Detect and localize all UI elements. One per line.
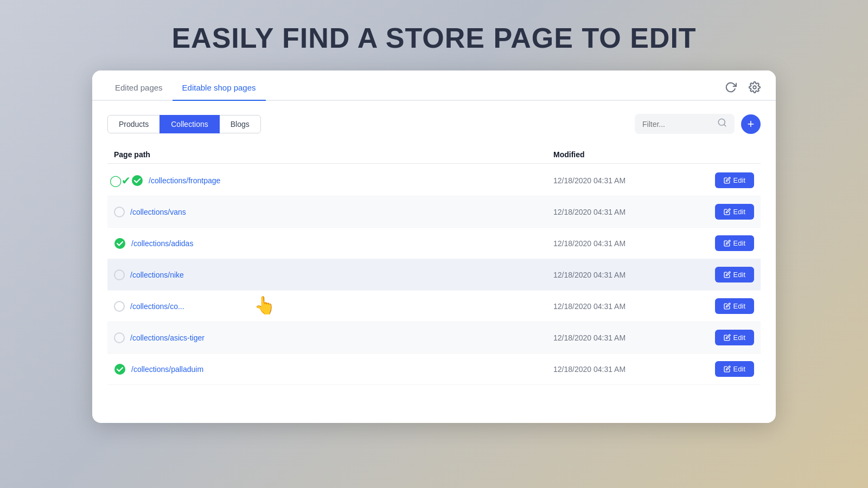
category-button-group: Products Collections Blogs	[107, 115, 261, 133]
modified-date: 12/18/2020 04:31 AM	[553, 208, 684, 216]
edit-button[interactable]: Edit	[715, 267, 754, 282]
svg-point-4	[114, 238, 125, 249]
settings-button[interactable]	[746, 79, 763, 95]
path-label: /collections/adidas	[131, 239, 193, 248]
page-headline: EASILY FIND A STORE PAGE TO EDIT	[171, 22, 696, 54]
row-path: ◯✔ /collections/frontpage	[114, 175, 553, 187]
edit-button[interactable]: Edit	[715, 235, 754, 251]
edit-button[interactable]: Edit	[715, 298, 754, 314]
table-row: ◯✔ /collections/frontpage 12/18/2020 04:…	[107, 165, 761, 196]
path-label: /collections/frontpage	[149, 176, 220, 185]
table-row: /collections/adidas 12/18/2020 04:31 AM …	[107, 228, 761, 259]
edit-button[interactable]: Edit	[715, 172, 754, 188]
tab-editable-shop-pages[interactable]: Editable shop pages	[173, 75, 266, 101]
row-path: /collections/adidas	[114, 237, 553, 249]
path-label: /collections/palladuim	[131, 365, 203, 374]
tab-edited-pages[interactable]: Edited pages	[105, 75, 173, 101]
table-row: /collections/co... 12/18/2020 04:31 AM E…	[107, 291, 761, 322]
svg-point-5	[114, 364, 125, 375]
status-inactive-icon	[114, 269, 125, 280]
table-rows: ◯✔ /collections/frontpage 12/18/2020 04:…	[107, 165, 761, 385]
modified-date: 12/18/2020 04:31 AM	[553, 333, 684, 342]
table: Page path Modified ◯✔ /collections/front…	[107, 146, 761, 385]
edit-button[interactable]: Edit	[715, 204, 754, 220]
col-page-path: Page path	[114, 150, 553, 159]
table-row: /collections/vans 12/18/2020 04:31 AM Ed…	[107, 196, 761, 228]
path-label: /collections/vans	[130, 208, 186, 216]
modified-date: 12/18/2020 04:31 AM	[553, 176, 684, 185]
content-area: Products Collections Blogs + Page path	[92, 101, 776, 423]
refresh-button[interactable]	[723, 79, 739, 95]
svg-point-3	[132, 175, 143, 186]
status-active-icon: ◯✔	[114, 175, 126, 187]
status-inactive-icon	[114, 301, 125, 312]
collections-button[interactable]: Collections	[159, 115, 219, 133]
path-label: /collections/co...	[130, 302, 184, 311]
status-inactive-icon	[114, 332, 125, 343]
filter-row: Products Collections Blogs +	[107, 114, 761, 134]
row-path: /collections/asics-tiger	[114, 332, 553, 343]
svg-point-0	[753, 86, 756, 89]
svg-line-2	[724, 124, 725, 126]
path-label: /collections/nike	[130, 271, 184, 279]
row-path: /collections/co...	[114, 301, 553, 312]
filter-input[interactable]	[642, 120, 713, 129]
status-active-svg	[114, 363, 126, 375]
app-window: Edited pages Editable shop pages Product…	[92, 70, 776, 423]
table-row: /collections/asics-tiger 12/18/2020 04:3…	[107, 322, 761, 354]
status-active-svg	[131, 175, 143, 187]
path-label: /collections/asics-tiger	[130, 333, 205, 342]
table-row: /collections/nike 12/18/2020 04:31 AM Ed…	[107, 259, 761, 291]
tabs-row: Edited pages Editable shop pages	[92, 70, 776, 101]
row-path: /collections/vans	[114, 207, 553, 217]
modified-date: 12/18/2020 04:31 AM	[553, 271, 684, 279]
add-button[interactable]: +	[741, 114, 761, 134]
table-row: /collections/palladuim 12/18/2020 04:31 …	[107, 354, 761, 385]
modified-date: 12/18/2020 04:31 AM	[553, 239, 684, 248]
row-path: /collections/palladuim	[114, 363, 553, 375]
modified-date: 12/18/2020 04:31 AM	[553, 302, 684, 311]
edit-button[interactable]: Edit	[715, 330, 754, 345]
row-path: /collections/nike	[114, 269, 553, 280]
edit-button[interactable]: Edit	[715, 361, 754, 377]
blogs-button[interactable]: Blogs	[219, 115, 261, 133]
products-button[interactable]: Products	[107, 115, 160, 133]
search-icon	[717, 118, 727, 130]
status-inactive-icon	[114, 207, 125, 217]
col-modified: Modified	[553, 150, 684, 159]
filter-input-wrapper	[635, 114, 735, 134]
status-active-svg	[114, 237, 126, 249]
tab-actions	[723, 79, 763, 100]
modified-date: 12/18/2020 04:31 AM	[553, 365, 684, 374]
table-header: Page path Modified	[107, 146, 761, 164]
